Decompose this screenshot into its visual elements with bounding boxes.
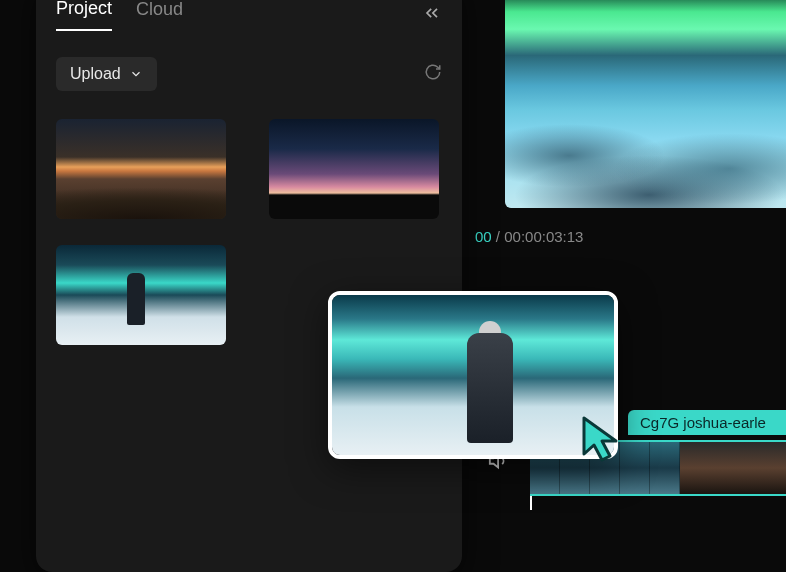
refresh-button[interactable] [424, 63, 442, 85]
preview-frame [505, 0, 786, 208]
chevron-down-icon [129, 67, 143, 81]
clip-label[interactable]: Cg7G joshua-earle [628, 410, 786, 435]
timecode-separator: / [492, 228, 505, 245]
upload-button[interactable]: Upload [56, 57, 157, 91]
tabs: Project Cloud [56, 0, 442, 31]
media-thumbnail[interactable] [269, 119, 439, 219]
media-thumbnail[interactable] [56, 245, 226, 345]
media-panel: Project Cloud Upload [36, 0, 462, 572]
tab-cloud[interactable]: Cloud [136, 0, 183, 30]
timeline-clip[interactable] [680, 440, 786, 496]
collapse-button[interactable] [422, 3, 442, 27]
timecode-total: 00:00:03:13 [504, 228, 583, 245]
preview-window[interactable] [505, 0, 786, 208]
chevron-double-left-icon [422, 3, 442, 23]
media-thumbnail[interactable] [56, 119, 226, 219]
timecode-current: 00 [475, 228, 492, 245]
timecode: 00 / 00:00:03:13 [475, 228, 583, 245]
refresh-icon [424, 63, 442, 81]
tab-project[interactable]: Project [56, 0, 112, 31]
toolbar: Upload [56, 57, 442, 91]
upload-label: Upload [70, 65, 121, 83]
dragging-clip[interactable] [328, 291, 618, 459]
dragging-clip-frame [332, 295, 614, 455]
